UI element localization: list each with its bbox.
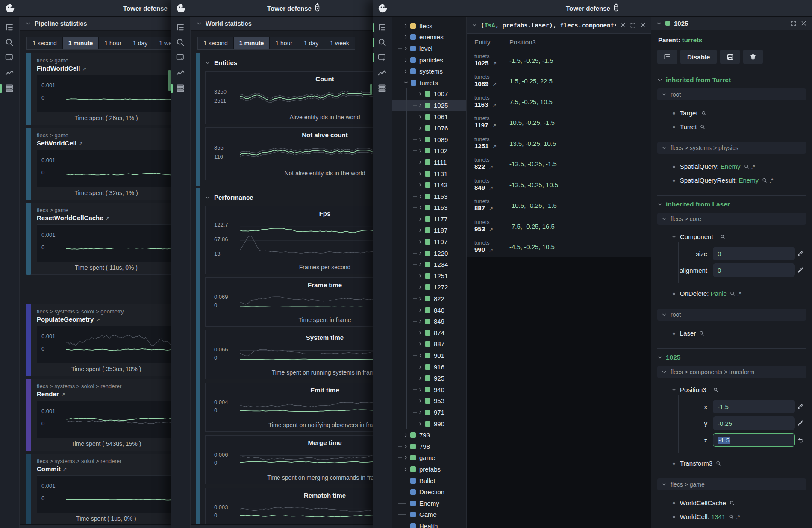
tree-item-systems[interactable]: systems bbox=[392, 65, 466, 77]
chevron-right-icon[interactable] bbox=[418, 330, 423, 335]
tree-sidebar-icon[interactable] bbox=[176, 23, 186, 33]
table-sidebar-icon[interactable] bbox=[5, 83, 15, 94]
tree-item-prefabs[interactable]: prefabs bbox=[392, 463, 466, 475]
tree-item-1143[interactable]: 1143 bbox=[392, 179, 466, 191]
tab-1-day[interactable]: 1 day bbox=[127, 37, 153, 49]
chevron-down-icon[interactable] bbox=[472, 23, 477, 28]
tab-1-week[interactable]: 1 week bbox=[153, 37, 171, 49]
tree-item-874[interactable]: 874 bbox=[392, 327, 466, 339]
tree-item-1197[interactable]: 1197 bbox=[392, 236, 466, 248]
magnifier-icon[interactable] bbox=[720, 234, 726, 240]
chevron-right-icon[interactable] bbox=[418, 353, 423, 358]
tree-item-1187[interactable]: 1187 bbox=[392, 225, 466, 236]
tree-item-953[interactable]: 953 bbox=[392, 395, 466, 407]
chevron-right-icon[interactable] bbox=[403, 433, 408, 437]
chevron-right-icon[interactable] bbox=[418, 308, 423, 313]
tree-item-971[interactable]: 971 bbox=[392, 407, 466, 418]
tree-item-1061[interactable]: 1061 bbox=[392, 111, 466, 123]
entity-id-link[interactable]: 990 ↗ bbox=[474, 246, 509, 254]
inspector-subsection[interactable]: root bbox=[657, 309, 806, 321]
bottom-scrollbar[interactable] bbox=[20, 524, 171, 528]
magnifier-icon[interactable] bbox=[701, 110, 707, 116]
close-icon[interactable] bbox=[640, 22, 646, 28]
tree-item-798[interactable]: 798 bbox=[392, 441, 466, 452]
chevron-right-icon[interactable] bbox=[418, 410, 423, 415]
query-result-row[interactable]: turrets 953 ↗ -7.5, -0.25, 16.5 bbox=[467, 216, 651, 237]
chevron-right-icon[interactable] bbox=[418, 251, 423, 256]
tree-item-Enemy[interactable]: Enemy bbox=[392, 498, 466, 509]
tab-1-second[interactable]: 1 second bbox=[27, 37, 63, 49]
tree-item-990[interactable]: 990 bbox=[392, 418, 466, 430]
inspector-subsection[interactable]: flecs > components > transform bbox=[657, 366, 806, 378]
entity-id-link[interactable]: 953 ↗ bbox=[474, 225, 509, 233]
section-title[interactable]: Performance bbox=[205, 194, 373, 201]
entity-id-link[interactable]: 1025 ↗ bbox=[474, 59, 509, 68]
tree-item-1272[interactable]: 1272 bbox=[392, 282, 466, 293]
tab-1-hour[interactable]: 1 hour bbox=[99, 37, 127, 49]
titlebar[interactable]: Tower defense bbox=[373, 0, 812, 17]
tree-item-1163[interactable]: 1163 bbox=[392, 202, 466, 214]
tree-item-Direction[interactable]: Direction bbox=[392, 486, 466, 498]
tree-sidebar-icon[interactable] bbox=[377, 23, 388, 33]
tree-item-particles[interactable]: particles bbox=[392, 54, 466, 66]
chevron-right-icon[interactable] bbox=[418, 115, 423, 119]
card-title-link[interactable]: PopulateGeometry↗ bbox=[37, 316, 171, 323]
inspector-section-inherited-from-Laser[interactable]: inherited from Laser bbox=[657, 195, 806, 212]
magnifier-icon[interactable] bbox=[762, 177, 768, 183]
tree-item-1025[interactable]: 1025 bbox=[392, 100, 466, 111]
clear-query-icon[interactable] bbox=[620, 22, 626, 28]
titlebar[interactable]: Tower defense bbox=[0, 0, 171, 17]
query-result-row[interactable]: turrets 1089 ↗ 1.5, -0.25, 22.5 bbox=[467, 71, 651, 92]
chart-sidebar-icon[interactable] bbox=[5, 68, 15, 78]
query-result-row[interactable]: turrets 990 ↗ -4.5, -0.25, 10.5 bbox=[467, 237, 651, 258]
tree-item-1153[interactable]: 1153 bbox=[392, 191, 466, 202]
entity-id-link[interactable]: 822 ↗ bbox=[474, 163, 509, 171]
magnifier-icon[interactable] bbox=[713, 387, 719, 393]
magnifier-icon[interactable] bbox=[700, 124, 706, 130]
tree-item-Health[interactable]: Health bbox=[392, 520, 466, 528]
tab-1-hour[interactable]: 1 hour bbox=[270, 37, 298, 49]
chevron-right-icon[interactable] bbox=[418, 239, 423, 244]
table-sidebar-icon[interactable] bbox=[377, 83, 388, 94]
tree-item-887[interactable]: 887 bbox=[392, 339, 466, 350]
panel-header-pipeline[interactable]: Pipeline statistics bbox=[20, 17, 171, 31]
screen-sidebar-icon[interactable] bbox=[5, 53, 15, 63]
chevron-right-icon[interactable] bbox=[418, 285, 423, 289]
scrollbar-thumb[interactable] bbox=[370, 84, 372, 94]
inspector-section-1025[interactable]: 1025 bbox=[657, 348, 806, 365]
tree-item-1177[interactable]: 1177 bbox=[392, 213, 466, 225]
chevron-right-icon[interactable] bbox=[418, 296, 423, 301]
chevron-right-icon[interactable] bbox=[403, 46, 408, 51]
magnifier-icon[interactable] bbox=[715, 460, 721, 466]
card-title-link[interactable]: FindWorldCell↗ bbox=[37, 65, 171, 72]
inspector-subsection[interactable]: flecs > core bbox=[657, 213, 806, 225]
field-input[interactable]: 0 bbox=[713, 247, 795, 260]
tree-item-1089[interactable]: 1089 bbox=[392, 134, 466, 145]
component-value-link[interactable]: 1341 bbox=[711, 513, 725, 520]
component-expandable-Position3[interactable]: Position3 bbox=[671, 386, 806, 393]
chevron-right-icon[interactable] bbox=[403, 24, 408, 28]
chevron-right-icon[interactable] bbox=[418, 342, 423, 346]
chevron-right-icon[interactable] bbox=[418, 365, 423, 369]
chevron-right-icon[interactable] bbox=[418, 103, 423, 108]
query-result-row[interactable]: turrets 1197 ↗ 10.5, -0.25, -1.5 bbox=[467, 112, 651, 133]
tree-item-1007[interactable]: 1007 bbox=[392, 88, 466, 100]
card-title-link[interactable]: Commit↗ bbox=[37, 465, 171, 472]
chevron-right-icon[interactable] bbox=[418, 319, 423, 324]
table-sidebar-icon[interactable] bbox=[176, 83, 186, 94]
entity-id-link[interactable]: 1197 ↗ bbox=[474, 121, 509, 130]
chevron-right-icon[interactable] bbox=[403, 58, 408, 62]
tree-item-Game[interactable]: Game bbox=[392, 509, 466, 521]
inspector-subsection[interactable]: flecs > systems > physics bbox=[657, 142, 806, 154]
tab-1-minute[interactable]: 1 minute bbox=[63, 37, 99, 49]
edit-pencil-icon[interactable] bbox=[795, 403, 806, 410]
parent-link[interactable]: turrets bbox=[682, 36, 703, 44]
query-result-row[interactable]: turrets 822 ↗ -13.5, -0.25, -1.5 bbox=[467, 154, 651, 175]
tree-item-940[interactable]: 940 bbox=[392, 384, 466, 395]
query-result-row[interactable]: turrets 1251 ↗ 13.5, -0.25, 10.5 bbox=[467, 133, 651, 154]
field-input[interactable]: -1.5 bbox=[713, 400, 795, 413]
tree-item-1111[interactable]: 1111 bbox=[392, 156, 466, 168]
tree-item-822[interactable]: 822 bbox=[392, 293, 466, 304]
magnifier-icon[interactable] bbox=[699, 330, 705, 336]
chevron-right-icon[interactable] bbox=[418, 422, 423, 426]
